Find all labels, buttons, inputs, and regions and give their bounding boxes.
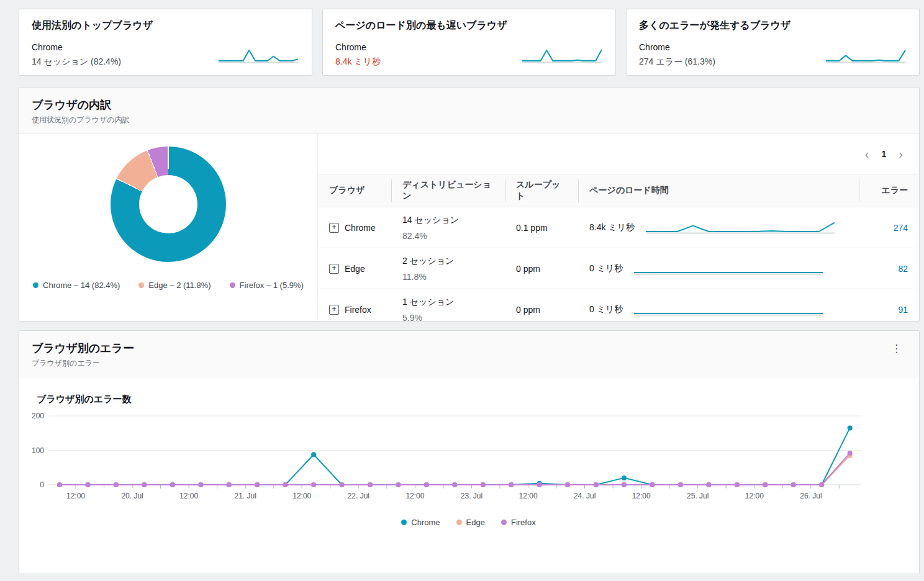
browser-name: Firefox: [345, 305, 371, 315]
errors-chart-area: ブラウザ別のエラー数 010020012:0020. Jul12:0021. J…: [19, 377, 919, 527]
load-time-sparkline: [633, 259, 824, 276]
series-point-firefox: [537, 482, 542, 487]
series-point-firefox: [848, 451, 853, 456]
series-point-firefox: [650, 482, 655, 487]
errors-chart-legend: Chrome Edge Firefox: [30, 518, 907, 527]
previous-page-button[interactable]: ‹: [860, 146, 874, 161]
breakdown-subtitle: 使用状況別のブラウザの内訳: [32, 115, 130, 125]
kebab-menu-icon[interactable]: ⋮: [886, 341, 907, 356]
series-point-firefox: [763, 482, 768, 487]
series-point-firefox: [311, 482, 316, 487]
series-point-firefox: [481, 482, 486, 487]
legend-label: Edge – 2 (11.8%): [148, 281, 211, 290]
svg-text:21. Jul: 21. Jul: [235, 492, 256, 500]
card-title: 使用法別のトップブラウザ: [32, 19, 299, 32]
throughput-value: 0 ppm: [505, 289, 578, 322]
errors-sparkline: [825, 47, 907, 64]
card-title: ページのロード別の最も遅いブラウザ: [335, 19, 603, 32]
card-browser-name: Chrome: [32, 42, 121, 52]
svg-text:20. Jul: 20. Jul: [121, 492, 143, 500]
sessions-pct: 11.8%: [402, 272, 494, 282]
svg-text:12:00: 12:00: [292, 492, 311, 500]
load-time-sparkline: [633, 300, 824, 317]
svg-text:100: 100: [32, 446, 44, 455]
series-point-firefox: [819, 482, 824, 487]
series-point-firefox: [791, 482, 796, 487]
legend-item-chrome[interactable]: Chrome – 14 (82.4%): [33, 281, 120, 290]
expand-row-button[interactable]: +: [329, 223, 339, 233]
sessions-pct: 82.4%: [402, 231, 494, 241]
load-time-sparkline: [645, 218, 836, 235]
throughput-value: 0.1 ppm: [505, 207, 578, 248]
series-point-firefox: [396, 482, 401, 487]
load-time-value: 8.4k ミリ秒: [589, 222, 635, 233]
sessions-pct: 5.9%: [402, 313, 494, 322]
rum-browsers-dashboard: 使用法別のトップブラウザ Chrome 14 セッション (82.4%) ページ…: [0, 0, 924, 574]
pagination: ‹ 1 ›: [318, 134, 919, 174]
svg-text:24. Jul: 24. Jul: [574, 492, 596, 500]
expand-row-button[interactable]: +: [329, 264, 339, 274]
legend-item-firefox[interactable]: Firefox – 1 (5.9%): [230, 281, 304, 290]
chrome-dot-icon: [33, 282, 38, 288]
series-point-firefox: [594, 482, 599, 487]
errors-by-browser-panel: ブラウザ別のエラー ブラウザ別のエラー ⋮ ブラウザ別のエラー数 0100200…: [19, 330, 920, 574]
next-page-button[interactable]: ›: [894, 146, 908, 161]
legend-item-edge[interactable]: Edge – 2 (11.8%): [138, 281, 211, 290]
errors-count-link[interactable]: 91: [898, 305, 908, 315]
svg-text:23. Jul: 23. Jul: [461, 492, 482, 500]
most-errors-browser-card: 多くのエラーが発生するブラウザ Chrome 274 エラー (61.3%): [626, 9, 920, 76]
svg-text:12:00: 12:00: [66, 492, 85, 500]
page-number[interactable]: 1: [878, 148, 890, 160]
svg-text:26. Jul: 26. Jul: [800, 492, 822, 500]
series-point-firefox: [86, 482, 91, 487]
series-point-firefox: [255, 482, 260, 487]
series-line-firefox: [60, 453, 850, 485]
col-header-browser: ブラウザ: [318, 174, 391, 207]
svg-text:200: 200: [32, 412, 44, 420]
breakdown-table-pane: ‹ 1 › ブラウザ ディストリビューション スループット ページのロード時間 …: [317, 134, 919, 322]
errors-count-link[interactable]: 274: [894, 223, 908, 233]
series-line-chrome: [60, 428, 850, 485]
series-point-firefox: [57, 482, 62, 487]
legend-item-firefox[interactable]: Firefox: [501, 518, 536, 527]
series-point-firefox: [424, 482, 429, 487]
series-point-firefox: [565, 482, 570, 487]
svg-text:12:00: 12:00: [405, 492, 424, 500]
svg-text:12:00: 12:00: [745, 492, 764, 500]
donut-pane: Chrome – 14 (82.4%) Edge – 2 (11.8%) Fir…: [19, 134, 317, 322]
table-row-firefox: + Firefox 1 セッション 5.9% 0 ppm 0 ミリ秒: [318, 289, 919, 322]
card-title: 多くのエラーが発生するブラウザ: [639, 19, 907, 32]
card-browser-name: Chrome: [639, 42, 715, 52]
series-point-firefox: [622, 482, 627, 487]
load-sparkline: [521, 47, 603, 64]
series-point-chrome: [848, 425, 853, 430]
browser-donut-chart: [111, 146, 226, 262]
col-header-page-load: ページのロード時間: [578, 174, 859, 207]
errors-count-link[interactable]: 82: [898, 264, 908, 274]
svg-text:12:00: 12:00: [179, 492, 198, 500]
legend-label: Chrome – 14 (82.4%): [43, 281, 120, 290]
legend-item-edge[interactable]: Edge: [456, 518, 485, 527]
load-time-value: 0 ミリ秒: [589, 304, 623, 315]
table-row-chrome: + Chrome 14 セッション 82.4% 0.1 ppm 8.4k ミリ秒: [318, 207, 919, 248]
chrome-dot-icon: [401, 520, 407, 525]
table-row-edge: + Edge 2 セッション 11.8% 0 ppm 0 ミリ秒: [318, 248, 919, 289]
legend-label: Firefox: [511, 518, 536, 527]
series-point-firefox: [509, 482, 514, 487]
svg-text:25. Jul: 25. Jul: [687, 492, 709, 500]
col-header-errors: エラー: [859, 174, 919, 207]
series-point-firefox: [678, 482, 683, 487]
col-header-throughput: スループット: [505, 174, 578, 207]
legend-item-chrome[interactable]: Chrome: [401, 518, 440, 527]
throughput-value: 0 ppm: [505, 248, 578, 289]
series-point-firefox: [198, 482, 203, 487]
donut-legend: Chrome – 14 (82.4%) Edge – 2 (11.8%) Fir…: [19, 281, 317, 290]
card-metric-value: 8.4k ミリ秒: [335, 56, 381, 68]
sessions-value: 2 セッション: [402, 256, 494, 267]
errors-panel-title: ブラウザ別のエラー: [32, 341, 134, 356]
slowest-browser-card: ページのロード別の最も遅いブラウザ Chrome 8.4k ミリ秒: [322, 9, 616, 76]
sessions-value: 14 セッション: [402, 215, 494, 226]
series-point-chrome: [311, 452, 316, 457]
expand-row-button[interactable]: +: [329, 305, 339, 315]
series-point-firefox: [735, 482, 740, 487]
